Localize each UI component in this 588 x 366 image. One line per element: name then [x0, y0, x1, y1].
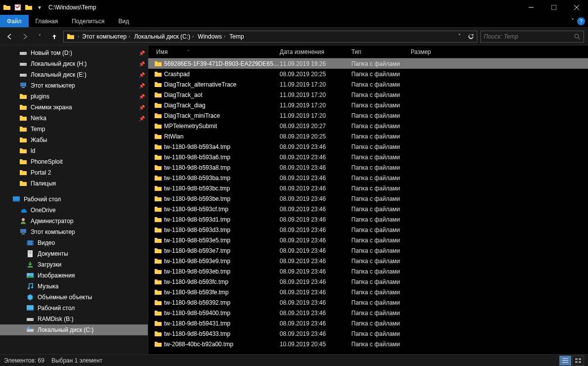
- sidebar-item[interactable]: Документы: [0, 248, 148, 259]
- sidebar-item[interactable]: Рабочий стол: [0, 303, 148, 314]
- qat-dropdown-icon[interactable]: ▾: [35, 2, 44, 12]
- file-row[interactable]: tw-1180-9d8-b593a4.tmp08.09.2019 23:46Па…: [148, 141, 588, 152]
- qat-newfolder-icon[interactable]: [24, 2, 34, 12]
- sidebar-item[interactable]: Локальный диск (C:): [0, 324, 148, 335]
- sidebar-item[interactable]: Этот компьютер: [0, 227, 148, 237]
- file-row[interactable]: DiagTrack_aot11.09.2019 17:20Папка с фай…: [148, 90, 588, 100]
- sidebar-item-desktop[interactable]: Рабочий стол: [0, 194, 148, 205]
- tab-file[interactable]: Файл: [0, 15, 29, 27]
- view-details-button[interactable]: [559, 356, 571, 366]
- file-row[interactable]: tw-1180-9d8-b593cf.tmp08.09.2019 23:46Па…: [148, 204, 588, 214]
- folder-icon: [153, 184, 163, 192]
- file-row[interactable]: tw-1180-9d8-b593eb.tmp08.09.2019 23:46Па…: [148, 266, 588, 276]
- file-row[interactable]: tw-1180-9d8-b593e7.tmp08.09.2019 23:46Па…: [148, 245, 588, 256]
- file-row[interactable]: tw-1180-9d8-b59431.tmp08.09.2019 23:46Па…: [148, 318, 588, 328]
- close-button[interactable]: [565, 0, 588, 15]
- sidebar-item[interactable]: Этот компьютер📌: [0, 80, 148, 91]
- address-bar[interactable]: › Этот компьютер› Локальный диск (C:)› W…: [63, 31, 477, 43]
- sidebar-item[interactable]: Локальный диск (H:)📌: [0, 58, 148, 69]
- sidebar-item[interactable]: Изображения: [0, 270, 148, 281]
- file-type: Папка с файлами: [351, 310, 420, 317]
- qat-folder-icon[interactable]: [2, 2, 12, 12]
- sidebar-item[interactable]: Снимки экрана📌: [0, 102, 148, 113]
- tab-view[interactable]: Вид: [111, 15, 136, 27]
- file-row[interactable]: DiagTrack_alternativeTrace11.09.2019 17:…: [148, 79, 588, 90]
- folder-icon: [19, 158, 28, 166]
- breadcrumb-windows[interactable]: Windows›: [196, 31, 227, 42]
- nav-recent-button[interactable]: ˅: [34, 31, 45, 43]
- view-icons-button[interactable]: [572, 356, 584, 366]
- nav-forward-button[interactable]: [19, 31, 31, 43]
- sidebar-item[interactable]: PhoneSploit: [0, 156, 148, 167]
- file-row[interactable]: tw-1180-9d8-b59392.tmp08.09.2019 23:46Па…: [148, 297, 588, 308]
- search-icon[interactable]: [574, 33, 581, 40]
- sidebar-item[interactable]: Видео: [0, 237, 148, 248]
- nav-pane[interactable]: Новый том (D:)📌Локальный диск (H:)📌Локал…: [0, 46, 148, 354]
- sidebar-item[interactable]: ld: [0, 145, 148, 156]
- sidebar-item[interactable]: Музыка: [0, 281, 148, 292]
- breadcrumb-drive[interactable]: Локальный диск (C:)›: [132, 31, 196, 42]
- file-type: Папка с файлами: [351, 216, 420, 223]
- nav-up-button[interactable]: [48, 31, 60, 43]
- tab-share[interactable]: Поделиться: [65, 15, 111, 27]
- svg-rect-36: [27, 327, 30, 329]
- breadcrumb-pc[interactable]: Этот компьютер›: [80, 31, 132, 42]
- sidebar-item[interactable]: Nerka📌: [0, 113, 148, 124]
- refresh-button[interactable]: [465, 33, 476, 40]
- file-row[interactable]: tw-1180-9d8-b593a6.tmp08.09.2019 23:46Па…: [148, 152, 588, 162]
- maximize-button[interactable]: [543, 0, 565, 15]
- file-row[interactable]: Crashpad08.09.2019 20:25Папка с файлами: [148, 69, 588, 79]
- file-row[interactable]: tw-1180-9d8-b593be.tmp08.09.2019 23:46Па…: [148, 193, 588, 204]
- sidebar-item[interactable]: Локальный диск (E:)📌: [0, 69, 148, 80]
- svg-rect-18: [20, 229, 26, 233]
- folder-icon: [19, 114, 28, 122]
- file-type: Папка с файлами: [351, 227, 420, 233]
- file-row[interactable]: tw-1180-9d8-b593fc.tmp08.09.2019 23:46Па…: [148, 276, 588, 287]
- qat-properties-icon[interactable]: [13, 2, 23, 12]
- file-row[interactable]: tw-1180-9d8-b593bc.tmp08.09.2019 23:46Па…: [148, 183, 588, 193]
- sidebar-item[interactable]: Новый том (D:)📌: [0, 47, 148, 58]
- sidebar-item[interactable]: Temp: [0, 124, 148, 135]
- file-row[interactable]: tw-1180-9d8-b593e5.tmp08.09.2019 23:46Па…: [148, 235, 588, 245]
- file-row[interactable]: tw-1180-9d8-b593a8.tmp08.09.2019 23:46Па…: [148, 162, 588, 173]
- breadcrumb-temp[interactable]: Temp: [227, 31, 246, 42]
- col-type[interactable]: Тип: [348, 48, 408, 55]
- file-row[interactable]: RtWlan08.09.2019 20:25Папка с файлами: [148, 131, 588, 141]
- file-list[interactable]: 569286E5-1F39-471D-B903-EA229DE655F...11…: [148, 58, 588, 354]
- sidebar-item[interactable]: Жабы: [0, 135, 148, 145]
- file-row[interactable]: tw-1180-9d8-b593d3.tmp08.09.2019 23:46Па…: [148, 225, 588, 235]
- file-row[interactable]: MPTelemetrySubmit08.09.2019 20:27Папка с…: [148, 121, 588, 131]
- file-row[interactable]: tw-1180-9d8-b59433.tmp08.09.2019 23:46Па…: [148, 328, 588, 339]
- sidebar-item[interactable]: Загрузки: [0, 259, 148, 270]
- file-row[interactable]: DiagTrack_miniTrace11.09.2019 17:20Папка…: [148, 110, 588, 121]
- file-row[interactable]: DiagTrack_diag11.09.2019 17:20Папка с фа…: [148, 100, 588, 110]
- sidebar-item[interactable]: Палицыя: [0, 178, 148, 189]
- file-row[interactable]: tw-1180-9d8-b593e9.tmp08.09.2019 23:46Па…: [148, 256, 588, 266]
- col-date[interactable]: Дата изменения: [277, 48, 348, 55]
- minimize-button[interactable]: [520, 0, 543, 15]
- search-box[interactable]: [480, 31, 584, 43]
- file-row[interactable]: 569286E5-1F39-471D-B903-EA229DE655F...11…: [148, 58, 588, 69]
- nav-back-button[interactable]: [4, 31, 16, 43]
- file-row[interactable]: tw-1180-9d8-b593ba.tmp08.09.2019 23:46Па…: [148, 173, 588, 183]
- sidebar-item[interactable]: OneDrive: [0, 205, 148, 216]
- ribbon-expand-icon[interactable]: ˅: [571, 18, 574, 25]
- file-row[interactable]: tw-1180-9d8-b59400.tmp08.09.2019 23:46Па…: [148, 308, 588, 318]
- file-row[interactable]: tw-2088-40bc-b92a00.tmp10.09.2019 20:45П…: [148, 339, 588, 349]
- search-input[interactable]: [484, 33, 574, 40]
- sidebar-item[interactable]: Администратор: [0, 216, 148, 227]
- help-icon[interactable]: ?: [577, 17, 585, 25]
- sidebar-item[interactable]: RAMDisk (B:): [0, 314, 148, 324]
- sidebar-item[interactable]: Portal 2: [0, 167, 148, 178]
- file-row[interactable]: tw-1180-9d8-b593d1.tmp08.09.2019 23:46Па…: [148, 214, 588, 225]
- file-type: Папка с файлами: [351, 247, 420, 254]
- col-name[interactable]: Имя˄: [153, 48, 277, 55]
- sidebar-item[interactable]: Объемные объекты: [0, 292, 148, 303]
- tab-home[interactable]: Главная: [29, 15, 65, 27]
- col-size[interactable]: Размер: [408, 48, 447, 55]
- file-name: tw-1180-9d8-b593ba.tmp: [163, 175, 280, 182]
- sidebar-item[interactable]: plugins📌: [0, 91, 148, 102]
- file-row[interactable]: tw-1180-9d8-b593fe.tmp08.09.2019 23:46Па…: [148, 287, 588, 297]
- address-dropdown-icon[interactable]: ˅: [454, 33, 465, 40]
- breadcrumb-root-chevron[interactable]: ›: [77, 34, 80, 39]
